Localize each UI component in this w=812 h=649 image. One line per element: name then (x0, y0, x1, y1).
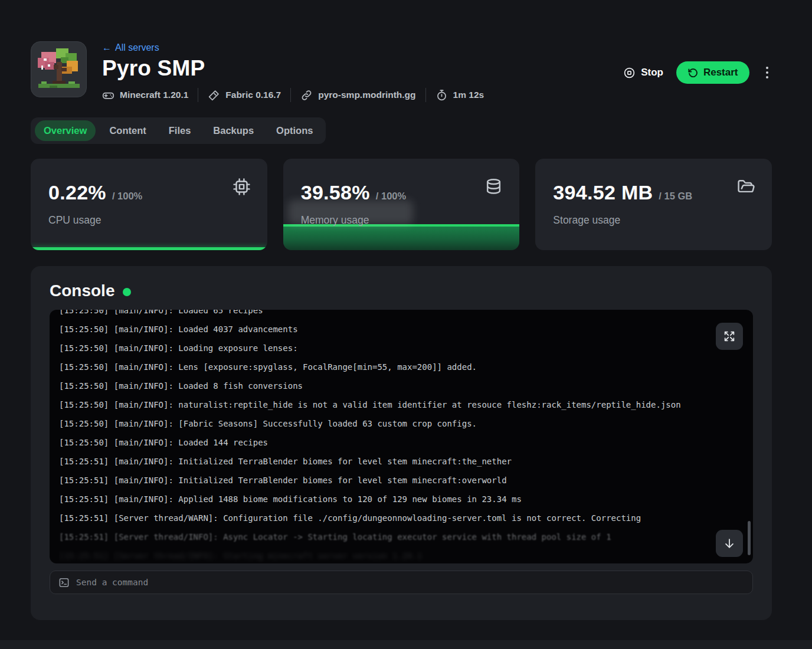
tab-content[interactable]: Content (100, 120, 155, 141)
meta-separator (198, 88, 198, 102)
cpu-usage-value: 0.22% (48, 181, 106, 204)
tab-bar: Overview Content Files Backups Options (31, 117, 326, 144)
back-link-label: All servers (115, 42, 159, 53)
memory-usage-bar (283, 224, 520, 250)
loader-icon (208, 89, 220, 101)
seasons-tree-logo (34, 44, 84, 95)
meta-game-version: Minecraft 1.20.1 (102, 89, 188, 101)
kebab-dot (766, 71, 769, 74)
server-icon (31, 41, 87, 97)
log-line: [15:25:50] [main/INFO]: [Fabric Seasons]… (59, 414, 753, 433)
log-line: [15:25:50] [main/INFO]: Loading exposure… (59, 339, 753, 358)
server-actions: Stop Restart (623, 61, 772, 84)
log-line: [15:25:50] [main/INFO]: Lens [exposure:s… (59, 358, 753, 376)
console-log-viewport[interactable]: [15:25:50] [main/INFO]: Loaded 65 recipe… (50, 310, 753, 563)
console-title: Console (50, 281, 114, 300)
tab-overview[interactable]: Overview (35, 120, 96, 141)
log-line: [15:25:50] [main/INFO]: Loaded 65 recipe… (59, 310, 753, 320)
terminal-icon (58, 577, 70, 588)
database-icon (484, 178, 503, 198)
kebab-dot (766, 67, 769, 70)
scroll-to-bottom-button[interactable] (716, 530, 743, 557)
log-line: [15:25:51] [main/INFO]: Initialized Terr… (59, 471, 753, 490)
server-meta-row: Minecraft 1.20.1 Fabric 0.16.7 pyro-smp.… (102, 88, 484, 102)
log-line-incoming: [15:25:51] [Server thread/INFO]: Async L… (59, 527, 753, 546)
back-to-all-servers-link[interactable]: ← All servers (102, 42, 159, 53)
back-arrow-icon: ← (102, 42, 112, 53)
memory-usage-label: Memory usage (301, 214, 502, 227)
storage-usage-card: 394.52 MB / 15 GB Storage usage (535, 159, 772, 250)
log-line: [15:25:50] [main/INFO]: Loaded 144 recip… (59, 433, 753, 452)
gamepad-icon (102, 89, 114, 101)
kebab-dot (766, 76, 769, 79)
server-info: ← All servers Pyro SMP Minecraft 1.20.1 … (102, 41, 484, 102)
meta-loader: Fabric 0.16.7 (208, 89, 281, 101)
stop-circle-icon (623, 67, 636, 79)
memory-usage-card: 39.58% / 100% Memory usage (283, 159, 520, 250)
storage-usage-max: / 15 GB (659, 191, 692, 202)
command-input-wrapper[interactable] (50, 571, 753, 594)
folder-open-icon (737, 178, 755, 198)
meta-domain[interactable]: pyro-smp.modrinth.gg (300, 89, 415, 101)
log-line: [15:25:50] [main/INFO]: Loaded 8 fish co… (59, 376, 753, 395)
server-header: ← All servers Pyro SMP Minecraft 1.20.1 … (31, 41, 772, 102)
log-line: [15:25:51] [Server thread/WARN]: Configu… (59, 509, 753, 527)
storage-usage-value: 394.52 MB (553, 181, 653, 204)
online-status-dot (123, 288, 131, 296)
cpu-usage-label: CPU usage (48, 214, 250, 227)
meta-uptime: 1m 12s (436, 89, 484, 101)
restart-button[interactable]: Restart (676, 61, 749, 84)
stop-button[interactable]: Stop (623, 67, 663, 79)
expand-console-button[interactable] (716, 323, 743, 350)
tab-options[interactable]: Options (267, 120, 322, 141)
console-scrollbar-thumb[interactable] (748, 521, 751, 555)
link-icon (300, 89, 313, 101)
console-panel: Console [15:25:50] [main/INFO]: Loaded 6… (31, 266, 772, 620)
arrow-down-icon (723, 537, 736, 550)
log-line: [15:25:51] [main/INFO]: Initialized Terr… (59, 452, 753, 471)
log-line-incoming: [15:25:51] [Server thread/INFO]: Startin… (59, 546, 753, 563)
tab-files[interactable]: Files (160, 120, 200, 141)
tab-backups[interactable]: Backups (204, 120, 263, 141)
log-line: [15:25:50] [main/INFO]: naturalist:repti… (59, 395, 753, 414)
usage-stats-row: 0.22% / 100% CPU usage 39.58% / 100% Mem… (31, 159, 772, 250)
server-name: Pyro SMP (102, 56, 484, 81)
server-dashboard-page: ← All servers Pyro SMP Minecraft 1.20.1 … (0, 0, 812, 649)
storage-usage-label: Storage usage (553, 214, 754, 227)
console-log-lines: [15:25:50] [main/INFO]: Loaded 65 recipe… (59, 310, 753, 563)
cpu-usage-max: / 100% (112, 191, 142, 202)
restart-icon (687, 67, 699, 78)
cpu-usage-bar (31, 247, 267, 250)
meta-separator (425, 88, 426, 102)
expand-icon (723, 330, 736, 343)
command-input[interactable] (76, 578, 744, 587)
next-section-edge (0, 640, 812, 649)
stopwatch-icon (436, 89, 448, 101)
overflow-menu-button[interactable] (762, 63, 772, 83)
cpu-usage-card: 0.22% / 100% CPU usage (31, 159, 267, 250)
cpu-icon (233, 178, 251, 198)
log-line: [15:25:50] [main/INFO]: Loaded 4037 adva… (59, 320, 753, 339)
log-line: [15:25:51] [main/INFO]: Applied 1488 bio… (59, 490, 753, 509)
meta-separator (290, 88, 291, 102)
